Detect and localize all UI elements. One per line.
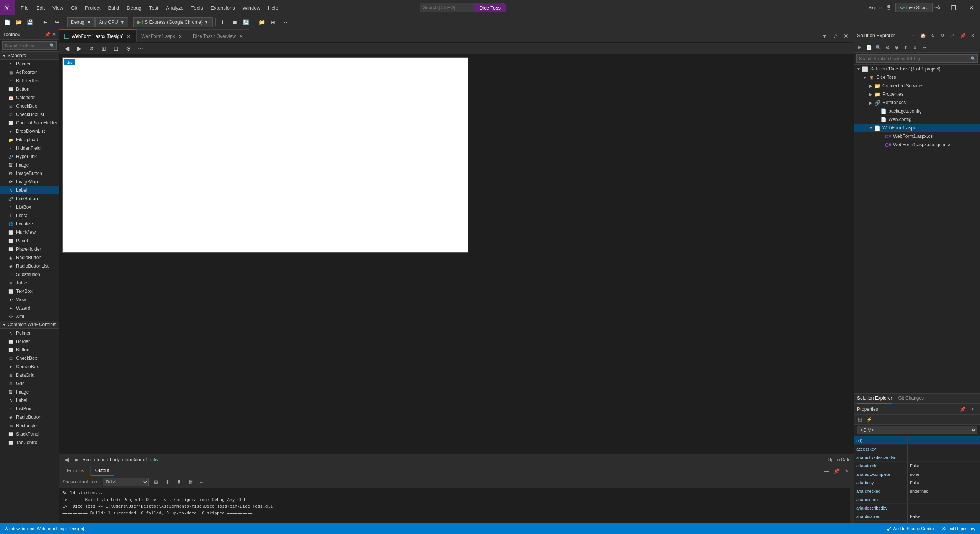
toolbox-item-wpf-tabcontrol[interactable]: ⬜ TabControl <box>0 438 59 447</box>
tab-webform-design-close[interactable]: ✕ <box>126 34 132 39</box>
tab-error-list[interactable]: Error List <box>62 466 91 476</box>
props-pin-icon[interactable]: 📌 <box>959 405 967 413</box>
tab-close-all-btn[interactable]: ✕ <box>841 31 851 41</box>
maximize-button[interactable]: ❐ <box>945 0 962 15</box>
tree-packages-config[interactable]: ▶ 📄 packages.config <box>854 107 980 115</box>
output-close-btn[interactable]: ✕ <box>842 467 851 475</box>
solution-close-icon[interactable]: ✕ <box>969 31 977 40</box>
toolbox-item-wpf-button[interactable]: ⬜ Button <box>0 346 59 354</box>
solution-back-icon[interactable]: ← <box>899 31 907 40</box>
tab-overview-close[interactable]: ✕ <box>238 34 244 39</box>
toolbox-item-wpf-radiobutton[interactable]: ◉ RadioButton <box>0 413 59 421</box>
grid-btn[interactable]: ⊞ <box>268 17 279 28</box>
tree-web-config[interactable]: ▶ 📄 Web.config <box>854 115 980 124</box>
toolbox-item-substitution[interactable]: ↔ Substitution <box>0 270 59 279</box>
properties-element-select[interactable]: <DIV> <box>857 426 977 434</box>
toolbox-item-wpf-label[interactable]: A Label <box>0 396 59 405</box>
toolbox-item-wpf-pointer[interactable]: ↖ Pointer <box>0 329 59 337</box>
toolbox-item-wpf-image[interactable]: 🖼 Image <box>0 388 59 396</box>
prop-row-aria-disabled[interactable]: aria-disabled False <box>854 512 980 521</box>
menu-window[interactable]: Window <box>239 0 264 15</box>
tab-expand-btn[interactable]: ⤢ <box>831 31 840 41</box>
breadcrumb-body[interactable]: body <box>110 457 120 462</box>
tab-solution-explorer[interactable]: Solution Explorer <box>857 393 892 404</box>
breadcrumb-form[interactable]: form#form1 <box>124 457 148 462</box>
status-add-source-control[interactable]: Add to Source Control <box>885 526 936 531</box>
tree-project[interactable]: ▼ ⊞ Dice Toss <box>854 73 980 82</box>
toolbox-item-imagebutton[interactable]: 🖼 ImageButton <box>0 169 59 178</box>
design-nav-back[interactable]: ◀ <box>62 43 72 54</box>
design-nav-forward[interactable]: ▶ <box>74 43 85 54</box>
toolbox-item-listbox[interactable]: ≡ ListBox <box>0 203 59 211</box>
toolbox-item-localize[interactable]: 🌐 Localize <box>0 220 59 228</box>
prop-tb-icon-2[interactable]: ⚡ <box>865 415 873 424</box>
sol-tb-icon-2[interactable]: 📄 <box>865 43 873 52</box>
solution-pin-icon[interactable]: 📌 <box>959 31 967 40</box>
toolbox-item-pointer[interactable]: ↖ Pointer <box>0 60 59 68</box>
menu-build[interactable]: Build <box>104 0 123 15</box>
solution-search-input[interactable] <box>856 54 978 63</box>
prop-tb-icon-1[interactable]: ▤ <box>856 415 864 424</box>
design-tools[interactable]: ⚙ <box>123 43 134 54</box>
solution-sync-icon[interactable]: ↻ <box>929 31 937 40</box>
breadcrumb-back-btn[interactable]: ◀ <box>62 456 71 464</box>
toolbox-item-adrotator[interactable]: ▤ AdRotator <box>0 68 59 77</box>
output-clear-btn[interactable]: 🗑 <box>186 478 194 486</box>
toolbox-item-literal[interactable]: T Literal <box>0 211 59 220</box>
sol-tb-icon-7[interactable]: ⬇ <box>911 43 919 52</box>
minimize-button[interactable]: ─ <box>927 0 945 15</box>
sol-tb-icon-5[interactable]: ◉ <box>892 43 901 52</box>
toolbox-item-xml[interactable]: <> Xml <box>0 312 59 321</box>
toolbox-item-wpf-grid[interactable]: ⊞ Grid <box>0 379 59 388</box>
close-button[interactable]: ✕ <box>962 0 980 15</box>
output-collapse-btn[interactable]: — <box>822 467 831 475</box>
menu-edit[interactable]: Edit <box>33 0 49 15</box>
toolbox-group-wpf[interactable]: ▼ Common WPF Controls <box>0 321 59 329</box>
tab-list-btn[interactable]: ▼ <box>820 31 829 41</box>
prop-row-aria-autocomplete[interactable]: aria-autocomplete none <box>854 470 980 478</box>
menu-project[interactable]: Project <box>81 0 104 15</box>
prop-row-accesskey[interactable]: accesskey <box>854 445 980 453</box>
menu-analyze[interactable]: Analyze <box>162 0 187 15</box>
solution-forward-icon[interactable]: → <box>909 31 917 40</box>
design-snap[interactable]: ⊡ <box>111 43 121 54</box>
open-file-btn[interactable]: 📂 <box>13 17 24 28</box>
tab-webform-code-close[interactable]: ✕ <box>177 34 183 39</box>
solution-refresh-icon[interactable]: ⟳ <box>939 31 947 40</box>
tree-references[interactable]: ▶ 🔗 References <box>854 98 980 107</box>
toolbox-item-hiddenfield[interactable]: · HiddenField <box>0 144 59 152</box>
toolbox-item-wpf-datagrid[interactable]: ⊞ DataGrid <box>0 371 59 379</box>
toolbox-item-wpf-checkbox[interactable]: ☑ CheckBox <box>0 354 59 363</box>
toolbox-item-wizard[interactable]: ✦ Wizard <box>0 304 59 312</box>
breadcrumb-html[interactable]: html <box>96 457 105 462</box>
breadcrumb-forward-btn[interactable]: ▶ <box>72 456 81 464</box>
design-grid[interactable]: ⊞ <box>98 43 109 54</box>
output-wrap-btn[interactable]: ↵ <box>198 478 206 486</box>
run-button[interactable]: ▶ IIS Express (Google Chrome) ▼ <box>133 17 213 27</box>
status-select-repository[interactable]: Select Repository <box>941 526 977 531</box>
toolbox-item-wpf-rectangle[interactable]: ▭ Rectangle <box>0 421 59 430</box>
toolbox-item-checkbox[interactable]: ☑ CheckBox <box>0 102 59 110</box>
prop-row-aria-atomic[interactable]: aria-atomic False <box>854 462 980 470</box>
tree-solution-root[interactable]: ▼ ⬜ Solution 'Dice Toss' (1 of 1 project… <box>854 65 980 73</box>
toolbox-item-wpf-listbox[interactable]: ≡ ListBox <box>0 405 59 413</box>
solution-expand-icon[interactable]: ⤢ <box>949 31 957 40</box>
breadcrumb-div[interactable]: div <box>152 457 158 462</box>
toolbox-item-button[interactable]: ⬜ Button <box>0 85 59 93</box>
toolbox-item-wpf-stackpanel[interactable]: ⬜ StackPanel <box>0 430 59 438</box>
solution-home-icon[interactable]: 🏠 <box>919 31 927 40</box>
menu-git[interactable]: Git <box>67 0 81 15</box>
prop-row-aria-activedescendant[interactable]: aria-activedescendant <box>854 453 980 462</box>
menu-view[interactable]: View <box>49 0 67 15</box>
toolbox-item-wpf-border[interactable]: ⬜ Border <box>0 337 59 346</box>
restart-btn[interactable]: 🔄 <box>241 17 252 28</box>
prop-row-aria-checked[interactable]: aria-checked undefined <box>854 487 980 495</box>
output-pin-btn[interactable]: 📌 <box>832 467 841 475</box>
platform-dropdown[interactable]: Any CPU ▼ <box>95 17 128 27</box>
toolbox-item-view[interactable]: 👁 View <box>0 296 59 304</box>
toolbox-item-multiview[interactable]: ⬜ MultiView <box>0 228 59 237</box>
design-canvas-wrapper[interactable]: div <box>59 54 854 454</box>
toolbox-item-label-selected[interactable]: A Label <box>0 186 59 194</box>
undo-btn[interactable]: ↩ <box>40 17 51 28</box>
menu-file[interactable]: File <box>17 0 33 15</box>
